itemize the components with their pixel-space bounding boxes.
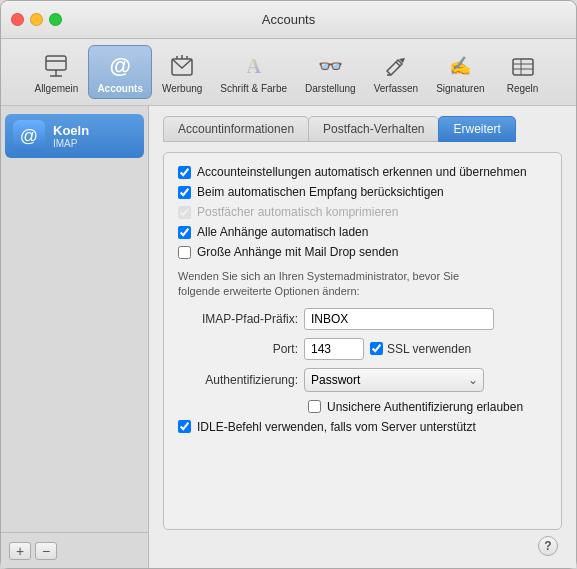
- content-box: Accounteinstellungen automatisch erkenne…: [163, 152, 562, 530]
- toolbar-item-signaturen[interactable]: ✍ Signaturen: [428, 46, 492, 98]
- sidebar: @ Koeln IMAP + −: [1, 106, 149, 568]
- window-title: Accounts: [262, 12, 315, 27]
- minimize-button[interactable]: [30, 13, 43, 26]
- close-button[interactable]: [11, 13, 24, 26]
- checkbox-auto-empfang-input[interactable]: [178, 186, 191, 199]
- add-account-button[interactable]: +: [9, 542, 31, 560]
- checkbox-unsicher: Unsichere Authentifizierung erlauben: [308, 400, 547, 414]
- ssl-label: SSL verwenden: [370, 342, 471, 356]
- accounts-icon: @: [104, 50, 136, 82]
- checkbox-anhaenge-input[interactable]: [178, 226, 191, 239]
- sidebar-account-koeln[interactable]: @ Koeln IMAP: [5, 114, 144, 158]
- toolbar-item-schrift[interactable]: A Schrift & Farbe: [212, 46, 295, 98]
- checkbox-auto-detect: Accounteinstellungen automatisch erkenne…: [178, 165, 547, 179]
- right-panel: Accountinformationen Postfach-Verhalten …: [149, 106, 576, 568]
- toolbar-item-allgemein[interactable]: Allgemein: [26, 46, 86, 98]
- checkbox-auto-detect-input[interactable]: [178, 166, 191, 179]
- account-type: IMAP: [53, 138, 89, 149]
- darstellung-icon: 👓: [314, 50, 346, 82]
- checkbox-anhaenge: Alle Anhänge automatisch laden: [178, 225, 547, 239]
- imap-label: IMAP-Pfad-Präfix:: [178, 312, 298, 326]
- tab-erweitert[interactable]: Erweitert: [438, 116, 515, 142]
- checkbox-unsicher-input[interactable]: [308, 400, 321, 413]
- checkbox-komprimieren: Postfächer automatisch komprimieren: [178, 205, 547, 219]
- signaturen-icon: ✍: [444, 50, 476, 82]
- werbung-label: Werbung: [162, 83, 202, 94]
- verfassen-icon: [380, 50, 412, 82]
- toolbar-item-darstellung[interactable]: 👓 Darstellung: [297, 46, 364, 98]
- checkbox-auto-empfang: Beim automatischen Empfang berücksichtig…: [178, 185, 547, 199]
- checkbox-maildrop-input[interactable]: [178, 246, 191, 259]
- port-row: Port: SSL verwenden: [178, 338, 547, 360]
- auth-select-wrapper: Passwort MD5 NTLM Kerberos: [304, 368, 484, 392]
- schrift-icon: A: [238, 50, 270, 82]
- maximize-button[interactable]: [49, 13, 62, 26]
- svg-rect-10: [513, 59, 533, 75]
- auth-label: Authentifizierung:: [178, 373, 298, 387]
- werbung-icon: [166, 50, 198, 82]
- remove-account-button[interactable]: −: [35, 542, 57, 560]
- imap-input[interactable]: [304, 308, 494, 330]
- tab-bar: Accountinformationen Postfach-Verhalten …: [163, 116, 562, 142]
- checkbox-idle-input[interactable]: [178, 420, 191, 433]
- account-info-koeln: Koeln IMAP: [53, 123, 89, 149]
- sidebar-footer: + −: [1, 532, 148, 568]
- svg-line-8: [396, 62, 400, 66]
- verfassen-label: Verfassen: [374, 83, 418, 94]
- account-icon-koeln: @: [13, 120, 45, 152]
- tab-postfach[interactable]: Postfach-Verhalten: [308, 116, 439, 142]
- schrift-label: Schrift & Farbe: [220, 83, 287, 94]
- toolbar: Allgemein @ Accounts Werbung A Schrift &…: [1, 39, 576, 106]
- toolbar-item-accounts[interactable]: @ Accounts: [88, 45, 152, 99]
- sidebar-list: @ Koeln IMAP: [1, 106, 148, 532]
- signaturen-label: Signaturen: [436, 83, 484, 94]
- allgemein-label: Allgemein: [34, 83, 78, 94]
- auth-select[interactable]: Passwort MD5 NTLM Kerberos: [304, 368, 484, 392]
- ssl-checkbox[interactable]: [370, 342, 383, 355]
- checkbox-idle: IDLE-Befehl verwenden, falls vom Server …: [178, 420, 547, 434]
- accounts-label: Accounts: [97, 83, 143, 94]
- help-area: ?: [163, 530, 562, 558]
- main-content: @ Koeln IMAP + − Ac: [1, 106, 576, 568]
- port-input[interactable]: [304, 338, 364, 360]
- regeln-label: Regeln: [507, 83, 539, 94]
- toolbar-item-verfassen[interactable]: Verfassen: [366, 46, 426, 98]
- tab-accountinfo[interactable]: Accountinformationen: [163, 116, 309, 142]
- account-name: Koeln: [53, 123, 89, 138]
- imap-row: IMAP-Pfad-Präfix:: [178, 308, 547, 330]
- toolbar-item-werbung[interactable]: Werbung: [154, 46, 210, 98]
- titlebar: Accounts: [1, 1, 576, 39]
- darstellung-label: Darstellung: [305, 83, 356, 94]
- checkbox-maildrop: Große Anhänge mit Mail Drop senden: [178, 245, 547, 259]
- regeln-icon: [507, 50, 539, 82]
- allgemein-icon: [40, 50, 72, 82]
- auth-row: Authentifizierung: Passwort MD5 NTLM Ker…: [178, 368, 547, 392]
- traffic-lights: [11, 13, 62, 26]
- svg-rect-0: [46, 56, 66, 70]
- checkbox-komprimieren-input[interactable]: [178, 206, 191, 219]
- port-label: Port:: [178, 342, 298, 356]
- toolbar-item-regeln[interactable]: Regeln: [495, 46, 551, 98]
- help-button[interactable]: ?: [538, 536, 558, 556]
- window: Accounts Allgemein @ Accounts Werbung A …: [0, 0, 577, 569]
- divider-text: Wenden Sie sich an Ihren Systemadministr…: [178, 269, 547, 300]
